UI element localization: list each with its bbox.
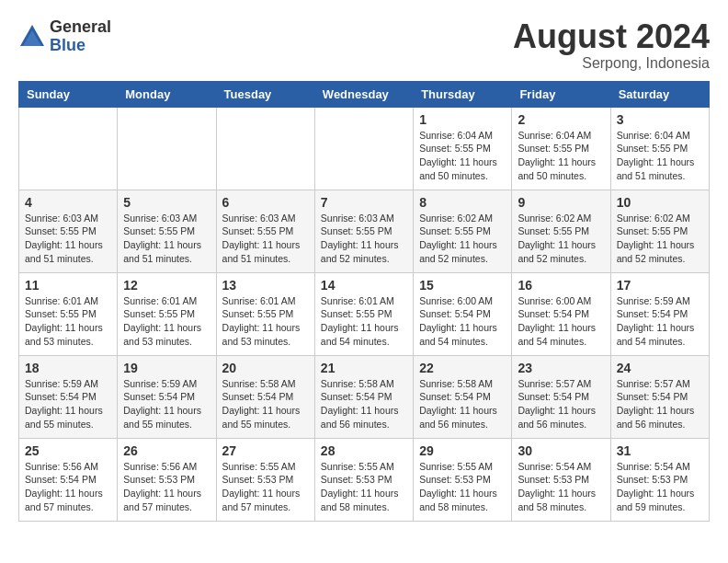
day-number: 22 bbox=[419, 361, 506, 375]
calendar-cell bbox=[118, 107, 216, 190]
day-info: Sunrise: 6:00 AM Sunset: 5:54 PM Dayligh… bbox=[518, 294, 604, 349]
calendar-cell: 23Sunrise: 5:57 AM Sunset: 5:54 PM Dayli… bbox=[512, 355, 610, 438]
day-info: Sunrise: 6:03 AM Sunset: 5:55 PM Dayligh… bbox=[222, 212, 309, 266]
day-info: Sunrise: 5:58 AM Sunset: 5:54 PM Dayligh… bbox=[222, 377, 309, 431]
calendar-cell: 1Sunrise: 6:04 AM Sunset: 5:55 PM Daylig… bbox=[414, 107, 512, 190]
day-number: 21 bbox=[321, 361, 407, 375]
month-year-title: August 2024 bbox=[513, 18, 710, 55]
day-info: Sunrise: 5:59 AM Sunset: 5:54 PM Dayligh… bbox=[25, 377, 111, 431]
calendar-table: SundayMondayTuesdayWednesdayThursdayFrid… bbox=[18, 81, 710, 522]
logo-text: General Blue bbox=[50, 18, 111, 55]
calendar-cell: 9Sunrise: 6:02 AM Sunset: 5:55 PM Daylig… bbox=[512, 190, 610, 272]
day-info: Sunrise: 6:02 AM Sunset: 5:55 PM Dayligh… bbox=[617, 212, 703, 266]
calendar-week-row: 25Sunrise: 5:56 AM Sunset: 5:54 PM Dayli… bbox=[19, 438, 710, 521]
day-info: Sunrise: 6:01 AM Sunset: 5:55 PM Dayligh… bbox=[25, 294, 111, 349]
logo-general: General bbox=[50, 18, 111, 37]
weekday-header-wednesday: Wednesday bbox=[314, 81, 413, 107]
day-info: Sunrise: 5:59 AM Sunset: 5:54 PM Dayligh… bbox=[617, 294, 703, 349]
day-number: 8 bbox=[419, 195, 506, 210]
day-info: Sunrise: 5:54 AM Sunset: 5:53 PM Dayligh… bbox=[617, 460, 703, 514]
calendar-cell: 22Sunrise: 5:58 AM Sunset: 5:54 PM Dayli… bbox=[414, 355, 512, 438]
calendar-cell: 14Sunrise: 6:01 AM Sunset: 5:55 PM Dayli… bbox=[314, 272, 413, 355]
day-number: 3 bbox=[617, 112, 703, 127]
day-info: Sunrise: 6:02 AM Sunset: 5:55 PM Dayligh… bbox=[518, 212, 604, 266]
page-header: General Blue August 2024 Serpong, Indone… bbox=[18, 18, 710, 72]
day-info: Sunrise: 6:01 AM Sunset: 5:55 PM Dayligh… bbox=[222, 294, 309, 349]
day-info: Sunrise: 6:04 AM Sunset: 5:55 PM Dayligh… bbox=[419, 129, 506, 183]
day-number: 4 bbox=[25, 195, 111, 210]
day-number: 30 bbox=[518, 443, 604, 458]
day-number: 1 bbox=[419, 112, 506, 127]
calendar-cell: 6Sunrise: 6:03 AM Sunset: 5:55 PM Daylig… bbox=[216, 190, 314, 272]
day-info: Sunrise: 6:04 AM Sunset: 5:55 PM Dayligh… bbox=[518, 129, 604, 183]
calendar-week-row: 1Sunrise: 6:04 AM Sunset: 5:55 PM Daylig… bbox=[19, 107, 710, 190]
calendar-cell bbox=[216, 107, 314, 190]
weekday-header-friday: Friday bbox=[512, 81, 610, 107]
day-info: Sunrise: 5:59 AM Sunset: 5:54 PM Dayligh… bbox=[123, 377, 210, 431]
calendar-cell: 31Sunrise: 5:54 AM Sunset: 5:53 PM Dayli… bbox=[610, 438, 709, 521]
day-number: 23 bbox=[518, 361, 604, 375]
day-number: 5 bbox=[123, 195, 210, 210]
calendar-cell: 8Sunrise: 6:02 AM Sunset: 5:55 PM Daylig… bbox=[414, 190, 512, 272]
calendar-cell: 12Sunrise: 6:01 AM Sunset: 5:55 PM Dayli… bbox=[118, 272, 216, 355]
calendar-week-row: 4Sunrise: 6:03 AM Sunset: 5:55 PM Daylig… bbox=[19, 190, 710, 272]
logo: General Blue bbox=[18, 18, 111, 55]
day-number: 14 bbox=[321, 278, 407, 293]
day-number: 2 bbox=[518, 112, 604, 127]
day-info: Sunrise: 5:57 AM Sunset: 5:54 PM Dayligh… bbox=[617, 377, 703, 431]
day-number: 26 bbox=[123, 443, 210, 458]
day-number: 19 bbox=[123, 361, 210, 375]
weekday-header-tuesday: Tuesday bbox=[216, 81, 314, 107]
calendar-cell: 18Sunrise: 5:59 AM Sunset: 5:54 PM Dayli… bbox=[19, 355, 118, 438]
day-number: 20 bbox=[222, 361, 309, 375]
day-info: Sunrise: 6:03 AM Sunset: 5:55 PM Dayligh… bbox=[123, 212, 210, 266]
calendar-cell: 13Sunrise: 6:01 AM Sunset: 5:55 PM Dayli… bbox=[216, 272, 314, 355]
calendar-cell: 28Sunrise: 5:55 AM Sunset: 5:53 PM Dayli… bbox=[314, 438, 413, 521]
calendar-cell: 4Sunrise: 6:03 AM Sunset: 5:55 PM Daylig… bbox=[19, 190, 118, 272]
weekday-header-monday: Monday bbox=[118, 81, 216, 107]
day-info: Sunrise: 5:58 AM Sunset: 5:54 PM Dayligh… bbox=[321, 377, 407, 431]
day-number: 31 bbox=[617, 443, 703, 458]
day-number: 27 bbox=[222, 443, 309, 458]
day-number: 17 bbox=[617, 278, 703, 293]
calendar-cell: 11Sunrise: 6:01 AM Sunset: 5:55 PM Dayli… bbox=[19, 272, 118, 355]
calendar-cell: 29Sunrise: 5:55 AM Sunset: 5:53 PM Dayli… bbox=[414, 438, 512, 521]
weekday-header-sunday: Sunday bbox=[19, 81, 118, 107]
calendar-cell: 17Sunrise: 5:59 AM Sunset: 5:54 PM Dayli… bbox=[610, 272, 709, 355]
calendar-cell: 27Sunrise: 5:55 AM Sunset: 5:53 PM Dayli… bbox=[216, 438, 314, 521]
day-number: 25 bbox=[25, 443, 111, 458]
calendar-cell: 10Sunrise: 6:02 AM Sunset: 5:55 PM Dayli… bbox=[610, 190, 709, 272]
calendar-cell: 20Sunrise: 5:58 AM Sunset: 5:54 PM Dayli… bbox=[216, 355, 314, 438]
day-info: Sunrise: 5:57 AM Sunset: 5:54 PM Dayligh… bbox=[518, 377, 604, 431]
day-info: Sunrise: 5:55 AM Sunset: 5:53 PM Dayligh… bbox=[419, 460, 506, 514]
day-info: Sunrise: 6:04 AM Sunset: 5:55 PM Dayligh… bbox=[617, 129, 703, 183]
calendar-cell bbox=[19, 107, 118, 190]
calendar-cell: 16Sunrise: 6:00 AM Sunset: 5:54 PM Dayli… bbox=[512, 272, 610, 355]
calendar-cell: 5Sunrise: 6:03 AM Sunset: 5:55 PM Daylig… bbox=[118, 190, 216, 272]
day-info: Sunrise: 5:54 AM Sunset: 5:53 PM Dayligh… bbox=[518, 460, 604, 514]
calendar-cell: 2Sunrise: 6:04 AM Sunset: 5:55 PM Daylig… bbox=[512, 107, 610, 190]
day-number: 6 bbox=[222, 195, 309, 210]
day-number: 11 bbox=[25, 278, 111, 293]
day-number: 15 bbox=[419, 278, 506, 293]
calendar-cell: 24Sunrise: 5:57 AM Sunset: 5:54 PM Dayli… bbox=[610, 355, 709, 438]
day-info: Sunrise: 6:01 AM Sunset: 5:55 PM Dayligh… bbox=[123, 294, 210, 349]
day-number: 28 bbox=[321, 443, 407, 458]
day-number: 13 bbox=[222, 278, 309, 293]
day-info: Sunrise: 6:02 AM Sunset: 5:55 PM Dayligh… bbox=[419, 212, 506, 266]
logo-icon bbox=[18, 23, 46, 51]
location-subtitle: Serpong, Indonesia bbox=[513, 55, 710, 72]
calendar-cell: 25Sunrise: 5:56 AM Sunset: 5:54 PM Dayli… bbox=[19, 438, 118, 521]
day-info: Sunrise: 5:55 AM Sunset: 5:53 PM Dayligh… bbox=[222, 460, 309, 514]
calendar-cell: 26Sunrise: 5:56 AM Sunset: 5:53 PM Dayli… bbox=[118, 438, 216, 521]
day-info: Sunrise: 5:56 AM Sunset: 5:53 PM Dayligh… bbox=[123, 460, 210, 514]
day-number: 9 bbox=[518, 195, 604, 210]
calendar-cell bbox=[314, 107, 413, 190]
weekday-header-thursday: Thursday bbox=[414, 81, 512, 107]
calendar-week-row: 11Sunrise: 6:01 AM Sunset: 5:55 PM Dayli… bbox=[19, 272, 710, 355]
day-number: 18 bbox=[25, 361, 111, 375]
calendar-cell: 19Sunrise: 5:59 AM Sunset: 5:54 PM Dayli… bbox=[118, 355, 216, 438]
day-number: 7 bbox=[321, 195, 407, 210]
day-info: Sunrise: 6:00 AM Sunset: 5:54 PM Dayligh… bbox=[419, 294, 506, 349]
calendar-cell: 15Sunrise: 6:00 AM Sunset: 5:54 PM Dayli… bbox=[414, 272, 512, 355]
